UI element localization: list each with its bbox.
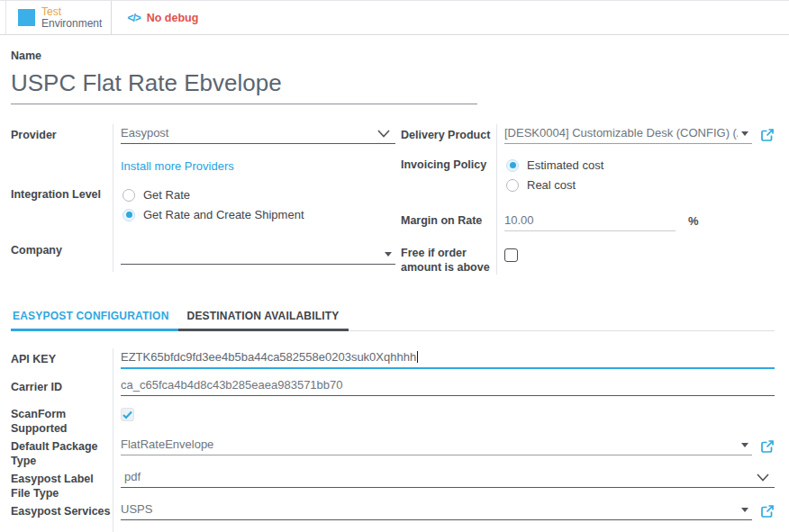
margin-value: 10.00 <box>504 213 676 230</box>
caret-down-icon <box>741 443 748 447</box>
api-key-value: EZTK65bfdc9fd3ee4b5ba44ca582558e0203suk0… <box>121 350 416 367</box>
tab-destination-availability[interactable]: DESTINATION AVAILABILITY <box>178 304 349 331</box>
check-icon <box>122 410 132 419</box>
notebook-tabs: EASYPOST CONFIGURATION DESTINATION AVAIL… <box>11 304 775 331</box>
free-if-order-checkbox[interactable] <box>504 248 518 262</box>
default-package-type-label: Default Package Type <box>11 436 113 468</box>
top-bar: Test Environment </> No debug <box>0 0 789 35</box>
free-if-order-label: Free if order amount is above <box>401 239 496 275</box>
scanform-supported-label: ScanForm Supported <box>11 403 113 436</box>
pricing-settings-group: Delivery Product [DESK0004] Customizable… <box>401 124 775 275</box>
provider-value: Easypost <box>121 126 374 143</box>
integration-get-rate-option[interactable]: Get Rate <box>121 185 395 205</box>
environment-label: Test Environment <box>41 6 102 30</box>
provider-label: Provider <box>11 124 113 151</box>
percent-suffix: % <box>688 214 699 228</box>
easypost-services-select[interactable]: USPS <box>121 502 752 520</box>
code-icon: </> <box>127 12 140 24</box>
environment-line1: Test <box>41 6 102 18</box>
easypost-label-file-type-value: pdf <box>121 470 753 487</box>
margin-on-rate-input[interactable]: 10.00 <box>504 213 676 231</box>
radio-checked-icon <box>122 209 135 221</box>
environment-line2: Environment <box>41 18 102 30</box>
caret-down-icon <box>741 131 748 136</box>
invoicing-real-option[interactable]: Real cost <box>504 176 775 195</box>
easypost-services-value: USPS <box>121 502 738 519</box>
delivery-product-label: Delivery Product <box>401 124 496 151</box>
easypost-configuration-panel: API KEY EZTK65bfdc9fd3ee4b5ba44ca582558e… <box>11 348 775 532</box>
easypost-label-file-type-select[interactable]: pdf <box>121 470 775 488</box>
integration-get-rate-create-option[interactable]: Get Rate and Create Shipment <box>121 205 395 225</box>
company-value <box>121 260 381 264</box>
invoicing-policy-label: Invoicing Policy <box>401 151 496 176</box>
company-select[interactable] <box>121 243 395 265</box>
carrier-settings-group: Provider Easypost Install more Providers… <box>11 124 395 275</box>
name-label: Name <box>11 50 775 62</box>
environment-color-swatch <box>18 9 35 26</box>
carrier-id-input[interactable]: ca_c65fca4b4d8c43b285eaea983571bb70 <box>121 378 775 396</box>
install-providers-link[interactable]: Install more Providers <box>121 159 234 173</box>
delivery-product-value: [DESK0004] Customizable Desk (CONFIG) (A… <box>504 126 738 143</box>
environment-badge: Test Environment <box>5 1 112 34</box>
carrier-id-value: ca_c65fca4b4d8c43b285eaea983571bb70 <box>121 378 775 395</box>
invoicing-estimated-option[interactable]: Estimated cost <box>504 156 775 176</box>
api-key-label: API KEY <box>11 348 113 376</box>
provider-select[interactable]: Easypost <box>121 126 395 144</box>
caret-down-icon <box>385 252 392 257</box>
tab-easypost-configuration[interactable]: EASYPOST CONFIGURATION <box>11 304 178 331</box>
caret-down-icon <box>741 508 748 512</box>
radio-icon <box>506 179 519 192</box>
integration-level-label: Integration Level <box>11 181 113 205</box>
easypost-services-label: Easypost Services <box>11 500 113 532</box>
margin-on-rate-label: Margin on Rate <box>401 203 496 239</box>
external-link-icon[interactable] <box>760 504 775 518</box>
external-link-icon[interactable] <box>760 128 775 142</box>
default-package-type-value: FlatRateEnvelope <box>121 437 738 455</box>
chevron-down-icon <box>757 473 769 482</box>
default-package-type-select[interactable]: FlatRateEnvelope <box>121 437 752 455</box>
debug-status-label: No debug <box>147 12 199 24</box>
external-link-icon[interactable] <box>760 439 775 454</box>
chevron-down-icon <box>377 130 390 138</box>
api-key-input[interactable]: EZTK65bfdc9fd3ee4b5ba44ca582558e0203suk0… <box>121 350 775 369</box>
delivery-product-select[interactable]: [DESK0004] Customizable Desk (CONFIG) (A… <box>504 126 752 144</box>
name-input[interactable]: USPC Flat Rate Ebvelope <box>11 69 477 104</box>
radio-icon <box>122 189 135 202</box>
easypost-label-file-type-label: Easypost Label File Type <box>11 468 113 500</box>
debug-toggle[interactable]: </> No debug <box>112 1 198 34</box>
scanform-supported-checkbox[interactable] <box>121 408 134 421</box>
radio-checked-icon <box>506 159 519 172</box>
carrier-id-label: Carrier ID <box>11 376 113 403</box>
company-label: Company <box>11 232 113 272</box>
text-cursor <box>417 351 418 363</box>
